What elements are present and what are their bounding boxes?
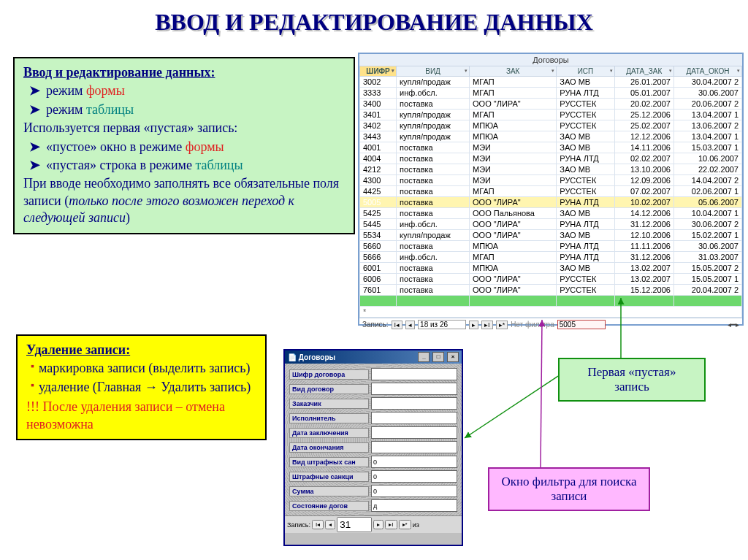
column-header[interactable]: ДАТА_ЗАК▾ xyxy=(614,66,673,77)
new-record-row[interactable] xyxy=(360,296,742,307)
table-row[interactable]: 4004поставкаМЭИРУНА ЛТД02.02.200710.06.2… xyxy=(360,153,742,164)
nav-position-input[interactable] xyxy=(418,320,466,329)
square-bullet-icon: ▪ xyxy=(31,379,34,392)
table-row[interactable]: 5425поставкаООО ПальяноваЗАО МВ14.12.200… xyxy=(360,208,742,219)
form-row: Вид штрафных сан xyxy=(289,456,457,468)
table-row[interactable]: 7601поставкаООО "ЛИРА"РУССТЕК15.12.20062… xyxy=(360,285,742,296)
form-field-input[interactable] xyxy=(371,412,457,424)
form-row: Шифр договора xyxy=(289,368,457,380)
form-record-navigator[interactable]: Запись: I◂ ◂ ▸ ▸I ▸* из xyxy=(285,515,462,533)
svg-line-1 xyxy=(465,376,558,438)
chevron-icon: ➤ xyxy=(29,83,40,99)
form-field-label: Вид договор xyxy=(289,384,369,394)
chevron-icon: ➤ xyxy=(29,139,40,156)
column-header[interactable]: ВИД▾ xyxy=(397,66,470,77)
column-header[interactable]: ДАТА_ОКОН▾ xyxy=(673,66,741,77)
nav-next-button[interactable]: ▸ xyxy=(469,321,478,329)
form-field-input[interactable] xyxy=(371,397,457,410)
form-row: Вид договор xyxy=(289,383,457,395)
callout-filter-window: Окно фильтра для поиска записи xyxy=(488,467,650,511)
form-view: 📄 Договоры _ □ × Шифр договораВид догово… xyxy=(283,349,463,546)
form-row: Дата окончания xyxy=(289,441,457,453)
close-icon[interactable]: × xyxy=(447,352,459,362)
form-field-input[interactable] xyxy=(371,426,457,439)
form-row: Штрафные санкци xyxy=(289,470,457,483)
info-box-delete: Удаление записи: ▪ маркировка записи (вы… xyxy=(16,334,267,440)
nav-prev-button[interactable]: ◂ xyxy=(325,520,335,529)
nav-first-button[interactable]: I◂ xyxy=(312,520,324,529)
table-row[interactable]: 5666инф.обсл.МГАПРУНА ЛТД31.12.200631.03… xyxy=(360,252,742,263)
nav-new-button[interactable]: ▸* xyxy=(496,321,508,329)
form-field-label: Состояние догов xyxy=(289,501,369,511)
table-row[interactable]: 3402купля/продажМПЮАРУССТЕК25.02.200713.… xyxy=(360,120,742,131)
info-header: Удаление записи: xyxy=(26,342,256,358)
nav-last-button[interactable]: ▸I xyxy=(385,520,397,529)
form-field-input[interactable] xyxy=(371,368,457,380)
form-row: Заказчик xyxy=(289,397,457,410)
nav-new-button[interactable]: ▸* xyxy=(399,520,411,529)
form-row: Сумма xyxy=(289,485,457,497)
form-field-label: Дата заключения xyxy=(289,428,369,438)
info-header: Ввод и редактирование данных: xyxy=(23,64,345,81)
column-header[interactable]: ЗАК▾ xyxy=(470,66,557,77)
nav-next-button[interactable]: ▸ xyxy=(373,520,383,529)
nav-position-input[interactable] xyxy=(337,517,372,532)
table-row[interactable]: 4425поставкаМГАПРУССТЕК07.02.200702.06.2… xyxy=(360,186,742,197)
table-row[interactable]: 3002купля/продажМГАПЗАО МВ26.01.200730.0… xyxy=(360,77,742,88)
table-row[interactable]: 3400поставкаООО "ЛИРА"РУССТЕК20.02.20072… xyxy=(360,99,742,110)
form-field-input[interactable] xyxy=(371,485,457,497)
datasheet-title: Договоры xyxy=(359,54,742,66)
form-field-label: Заказчик xyxy=(289,399,369,409)
filter-state-label: Нет фильтра xyxy=(511,321,554,329)
table-row[interactable]: 6001поставкаМПЮАЗАО МВ13.02.200715.05.20… xyxy=(360,263,742,274)
page-title: ВВОД И РЕДАКТИРОВАНИЕ ДАННЫХ xyxy=(0,9,748,36)
table-row[interactable]: 5445инф.обсл.ООО "ЛИРА"РУНА ЛТД31.12.200… xyxy=(360,219,742,230)
datasheet-view: Договоры ШИФР▾ВИД▾ЗАК▾ИСП▾ДАТА_ЗАК▾ДАТА_… xyxy=(358,53,744,326)
table-row[interactable]: 3401купля/продажМГАПРУССТЕК25.12.200613.… xyxy=(360,110,742,120)
search-filter-input[interactable] xyxy=(557,320,606,329)
column-header[interactable]: ИСП▾ xyxy=(557,66,614,77)
form-row: Дата заключения xyxy=(289,426,457,439)
nav-prev-button[interactable]: ◂ xyxy=(405,321,415,329)
data-grid[interactable]: ШИФР▾ВИД▾ЗАК▾ИСП▾ДАТА_ЗАК▾ДАТА_ОКОН▾ 300… xyxy=(359,66,742,318)
form-field-input[interactable] xyxy=(371,470,457,483)
table-row[interactable]: 6006поставкаООО "ЛИРА"РУССТЕК13.02.20071… xyxy=(360,274,742,285)
form-field-input[interactable] xyxy=(371,441,457,453)
form-field-label: Вид штрафных сан xyxy=(289,457,369,467)
maximize-icon[interactable]: □ xyxy=(432,352,444,362)
form-field-input[interactable] xyxy=(371,383,457,395)
table-row[interactable]: 5660поставкаМПЮАРУНА ЛТД11.11.200630.06.… xyxy=(360,241,742,252)
callout-empty-record: Первая «пустая» запись xyxy=(558,358,706,402)
chevron-icon: ➤ xyxy=(29,157,40,174)
minimize-icon[interactable]: _ xyxy=(418,352,430,362)
form-field-input[interactable] xyxy=(371,499,457,512)
table-row[interactable]: 4300поставкаМЭИРУССТЕК12.09.200614.04.20… xyxy=(360,175,742,186)
hscroll-icon[interactable]: ◂━▸ xyxy=(728,321,739,329)
table-row[interactable]: 3443купля/продажМПЮАЗАО МВ12.12.200613.0… xyxy=(360,131,742,142)
table-row[interactable]: 4001поставкаМЭИЗАО МВ14.11.200615.03.200… xyxy=(360,142,742,153)
square-bullet-icon: ▪ xyxy=(31,360,34,373)
column-header[interactable]: ШИФР▾ xyxy=(360,66,397,77)
record-navigator[interactable]: Запись: I◂ ◂ ▸ ▸I ▸* Нет фильтра ◂━▸ xyxy=(359,318,742,331)
table-row[interactable]: 4212поставкаМЭИЗАО МВ13.10.200622.02.200… xyxy=(360,164,742,175)
nav-last-button[interactable]: ▸I xyxy=(481,321,493,329)
form-field-label: Шифр договора xyxy=(289,369,369,380)
form-titlebar: 📄 Договоры _ □ × xyxy=(285,350,462,364)
new-record-marker: * xyxy=(360,307,742,318)
form-field-label: Штрафные санкци xyxy=(289,472,369,482)
table-row[interactable]: 3333инф.обсл.МГАПРУНА ЛТД05.01.200730.06… xyxy=(360,88,742,99)
table-row[interactable]: 5005поставкаООО "ЛИРА"РУНА ЛТД10.02.2007… xyxy=(360,197,742,208)
form-field-input[interactable] xyxy=(371,456,457,468)
chevron-icon: ➤ xyxy=(29,101,40,118)
form-row: Состояние догов xyxy=(289,499,457,512)
svg-line-2 xyxy=(541,320,542,467)
table-row[interactable]: 5534купля/продажООО "ЛИРА"ЗАО МВ12.10.20… xyxy=(360,230,742,241)
form-field-label: Исполнитель xyxy=(289,413,369,423)
nav-first-button[interactable]: I◂ xyxy=(392,321,403,329)
form-row: Исполнитель xyxy=(289,412,457,424)
form-field-label: Сумма xyxy=(289,486,369,496)
info-box-input-edit: Ввод и редактирование данных: ➤ режим фо… xyxy=(13,57,355,234)
form-field-label: Дата окончания xyxy=(289,442,369,453)
